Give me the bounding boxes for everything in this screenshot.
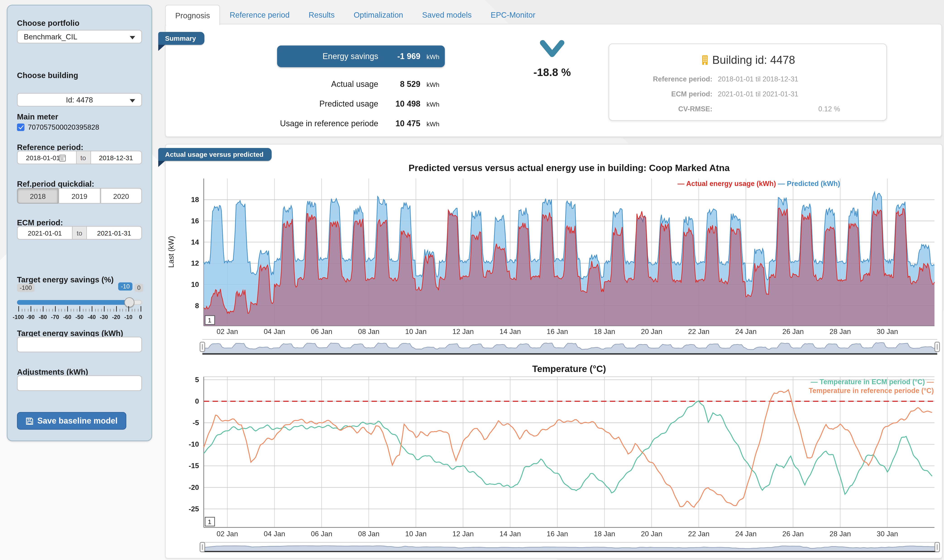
actual-usage-label: Actual usage bbox=[277, 79, 385, 89]
actual-usage-unit: kWh bbox=[420, 80, 441, 88]
slider-tick-label: -20 bbox=[112, 314, 120, 320]
building-card: Building id: 4478 Reference period:2018-… bbox=[608, 43, 887, 121]
legend-label-reference[interactable]: Temperature in reference periode (°C) bbox=[808, 387, 934, 394]
temperature-chart-title: Temperature (°C) bbox=[204, 364, 935, 374]
building-select[interactable]: Id: 4478 bbox=[17, 93, 142, 106]
temperature-chart-legend: — Temperature in ECM period (°C) — Tempe… bbox=[808, 377, 934, 395]
legend-label-ecm[interactable]: Temperature in ECM period (°C) bbox=[820, 378, 925, 386]
slider-tick-label: -70 bbox=[51, 314, 59, 320]
quickdial-label: Ref.period quickdial: bbox=[17, 180, 142, 188]
portfolio-label: Choose portfolio bbox=[17, 19, 142, 27]
summary-panel: Energy savings -1 969 kWh Actual usage 8… bbox=[165, 24, 942, 137]
adjustments-input[interactable] bbox=[17, 375, 142, 391]
tab-reference-period[interactable]: Reference period bbox=[220, 5, 299, 25]
target-kwh-input[interactable] bbox=[17, 337, 142, 352]
savings-percent: -18.8 % bbox=[511, 66, 593, 79]
ecm-from-input[interactable] bbox=[17, 226, 72, 240]
legend-dash-ecm: — bbox=[811, 378, 818, 386]
quickdial-2019-button[interactable]: 2019 bbox=[59, 188, 100, 204]
date-range-separator: to bbox=[72, 226, 87, 240]
card-ecm-period-row: ECM period:2021-01-01 til 2021-01-31 bbox=[618, 90, 840, 98]
tab-results[interactable]: Results bbox=[299, 5, 344, 25]
reference-to-input[interactable] bbox=[91, 151, 142, 164]
main-meter-label: Main meter bbox=[17, 113, 142, 121]
reference-usage-value: 10 475 bbox=[385, 119, 420, 128]
reference-usage-row: Usage in reference periode 10 475 kWh bbox=[277, 119, 441, 128]
slider-min-badge: -100 bbox=[17, 284, 35, 292]
slider-tick-label: -100 bbox=[13, 314, 24, 320]
floppy-disk-icon bbox=[26, 417, 33, 425]
predicted-usage-value: 10 498 bbox=[385, 99, 420, 109]
sidebar: Choose portfolio Benchmark_CIL Choose bu… bbox=[7, 5, 152, 441]
reference-usage-unit: kWh bbox=[420, 120, 441, 128]
slider-tick-labels: -100-90-80-70-60-50-40-30-20-100 bbox=[18, 314, 140, 320]
energy-savings-unit: kWh bbox=[420, 53, 441, 60]
chevron-down-icon bbox=[130, 36, 135, 39]
main-meter-checkbox[interactable] bbox=[17, 123, 25, 131]
slider-ticks bbox=[18, 306, 140, 312]
predicted-usage-row: Predicted usage 10 498 kWh bbox=[277, 99, 441, 109]
ecm-period-label: ECM period: bbox=[17, 218, 142, 227]
tab-optimalization[interactable]: Optimalization bbox=[344, 5, 413, 25]
charts-panel bbox=[165, 144, 942, 558]
quickdial-group: 2018 2019 2020 bbox=[17, 188, 142, 204]
legend-label-actual[interactable]: Actual energy usage (kWh) bbox=[686, 180, 776, 187]
energy-savings-label: Energy savings bbox=[277, 52, 385, 61]
energy-savings-value: -1 969 bbox=[385, 52, 420, 61]
tab-saved-models[interactable]: Saved models bbox=[413, 5, 481, 25]
chart-panel-ribbon: Actual usage versus predicted bbox=[158, 148, 272, 161]
chevron-down-icon bbox=[130, 99, 135, 103]
actual-usage-value: 8 529 bbox=[385, 79, 420, 89]
legend-dash-actual: — bbox=[678, 180, 685, 187]
app-root: Choose portfolio Benchmark_CIL Choose bu… bbox=[0, 0, 944, 560]
slider-tick-label: 0 bbox=[139, 314, 142, 320]
predicted-usage-label: Predicted usage bbox=[277, 99, 385, 109]
predicted-usage-unit: kWh bbox=[420, 100, 441, 108]
tab-bar: Prognosis Reference period Results Optim… bbox=[165, 5, 545, 25]
legend-dash-reference: — bbox=[927, 378, 934, 386]
quickdial-2020-button[interactable]: 2020 bbox=[100, 188, 142, 204]
slider-tick-label: -10 bbox=[124, 314, 132, 320]
building-icon bbox=[701, 55, 709, 65]
energy-chart-ylabel: Last (kW) bbox=[167, 236, 175, 268]
slider-value-badge: -10 bbox=[118, 282, 132, 291]
energy-chart-legend: — Actual energy usage (kWh) — Predicted … bbox=[678, 180, 840, 187]
save-baseline-label: Save baseline model bbox=[37, 416, 117, 426]
save-baseline-button[interactable]: Save baseline model bbox=[17, 412, 126, 430]
building-card-title: Building id: 4478 bbox=[609, 54, 886, 66]
portfolio-select[interactable]: Benchmark_CIL bbox=[17, 30, 142, 43]
slider-tick-label: -50 bbox=[75, 314, 83, 320]
card-cv-rmse-row: CV-RMSE:0.12 % bbox=[618, 105, 840, 113]
ecm-to-input[interactable] bbox=[87, 226, 142, 240]
chevron-down-icon bbox=[537, 39, 567, 58]
calendar-icon[interactable] bbox=[59, 154, 66, 162]
energy-savings-row: Energy savings -1 969 kWh bbox=[277, 46, 445, 67]
legend-dash-predicted: — bbox=[778, 180, 785, 187]
building-select-value: Id: 4478 bbox=[66, 96, 93, 104]
target-kwh-label: Target energy savings (kWh) bbox=[17, 329, 142, 337]
slider-tick-label: -90 bbox=[26, 314, 35, 320]
summary-ribbon: Summary bbox=[158, 32, 204, 45]
slider-tick-label: -30 bbox=[100, 314, 108, 320]
building-label: Choose building bbox=[17, 71, 142, 79]
portfolio-select-value: Benchmark_CIL bbox=[24, 32, 77, 41]
slider-tick-label: -60 bbox=[63, 314, 71, 320]
tab-prognosis[interactable]: Prognosis bbox=[165, 5, 220, 25]
card-reference-period-row: Reference period:2018-01-01 til 2018-12-… bbox=[618, 75, 840, 83]
reference-period-label: Reference period: bbox=[17, 143, 142, 151]
reference-usage-label: Usage in reference periode bbox=[277, 119, 385, 128]
reference-from-input[interactable] bbox=[17, 151, 76, 164]
quickdial-2018-button[interactable]: 2018 bbox=[17, 188, 59, 204]
date-range-separator: to bbox=[76, 151, 91, 164]
main-meter-value: 707057500020395828 bbox=[28, 123, 99, 131]
adjustments-label: Adjustments (kWh) bbox=[17, 368, 142, 376]
slider-max-badge: 0 bbox=[134, 284, 143, 292]
slider-track-fill bbox=[17, 300, 130, 305]
actual-usage-row: Actual usage 8 529 kWh bbox=[277, 79, 441, 89]
energy-chart-title: Predicted versus versus actual energy us… bbox=[204, 163, 935, 173]
slider-tick-label: -40 bbox=[88, 314, 96, 320]
legend-label-predicted[interactable]: Predicted (kWh) bbox=[787, 180, 840, 187]
tab-epc-monitor[interactable]: EPC-Monitor bbox=[481, 5, 545, 25]
slider-tick-label: -80 bbox=[39, 314, 47, 320]
